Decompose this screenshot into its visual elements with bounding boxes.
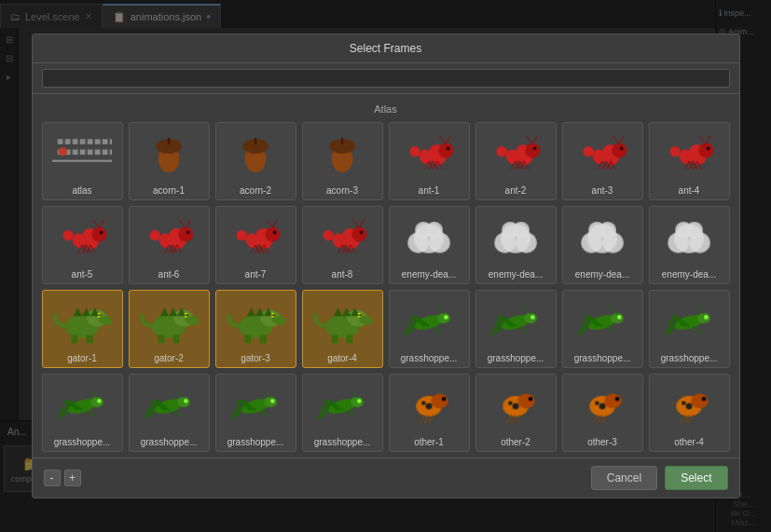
- frame-item-grasshopper-8[interactable]: grasshoppe...: [302, 374, 383, 452]
- frame-canvas-other-4: [659, 380, 719, 432]
- frame-item-grasshopper-5[interactable]: grasshoppe...: [42, 374, 123, 452]
- frame-canvas-grasshopper-6: [139, 380, 199, 432]
- frame-sprite-grasshopper-8: [310, 378, 375, 434]
- frame-item-grasshopper-3[interactable]: grasshoppe...: [562, 290, 643, 368]
- dialog-overlay: Select Frames Atlas atlasacorn-1acorn-2a…: [0, 0, 771, 532]
- select-button[interactable]: Select: [665, 466, 727, 490]
- frame-sprite-enemy-dead-4: [656, 211, 722, 266]
- frame-canvas-other-2: [486, 380, 545, 432]
- frame-sprite-grasshopper-4: [656, 294, 722, 350]
- frame-canvas-ant-6: [139, 212, 199, 265]
- frame-item-ant-1[interactable]: ant-1: [389, 122, 470, 200]
- frame-item-gator-1[interactable]: gator-1: [42, 290, 123, 368]
- frame-canvas-gator-4: [312, 296, 372, 348]
- frame-canvas-grasshopper-8: [312, 380, 372, 432]
- frame-canvas-acorn-1: [139, 129, 199, 181]
- frame-sprite-other-2: [483, 378, 548, 434]
- frame-label-grasshopper-6: grasshoppe...: [133, 437, 205, 447]
- frame-canvas-grasshopper-5: [52, 380, 112, 432]
- frame-sprite-ant-4: [656, 127, 722, 183]
- frame-label-ant-6: ant-6: [133, 269, 205, 280]
- frame-item-gator-2[interactable]: gator-2: [129, 290, 210, 368]
- frame-item-ant-7[interactable]: ant-7: [215, 206, 296, 284]
- frame-sprite-ant-8: [310, 211, 375, 266]
- frame-item-ant-8[interactable]: ant-8: [302, 206, 383, 284]
- frame-item-other-2[interactable]: other-2: [475, 374, 557, 452]
- frame-item-enemy-dead-1[interactable]: enemy-dea...: [389, 206, 470, 284]
- search-input[interactable]: [42, 69, 730, 88]
- frame-canvas-gator-2: [139, 296, 199, 348]
- frame-sprite-grasshopper-7: [223, 378, 288, 434]
- frame-label-grasshopper-2: grasshoppe...: [480, 353, 552, 363]
- section-label: Atlas: [42, 103, 730, 115]
- frame-label-acorn-3: acorn-3: [307, 185, 379, 196]
- frame-item-enemy-dead-4[interactable]: enemy-dea...: [649, 206, 730, 284]
- frame-canvas-enemy-dead-1: [399, 212, 459, 265]
- frame-canvas-ant-7: [226, 212, 285, 265]
- frame-sprite-acorn-1: [136, 127, 201, 183]
- frame-sprite-enemy-dead-2: [483, 211, 548, 266]
- frame-item-acorn-2[interactable]: acorn-2: [215, 122, 296, 200]
- frame-label-grasshopper-3: grasshoppe...: [567, 353, 639, 363]
- dialog-body[interactable]: Atlas atlasacorn-1acorn-2acorn-3ant-1ant…: [33, 94, 739, 457]
- frame-item-atlas[interactable]: atlas: [42, 122, 123, 200]
- frame-item-ant-6[interactable]: ant-6: [129, 206, 210, 284]
- frame-sprite-acorn-2: [223, 127, 288, 183]
- frame-item-grasshopper-2[interactable]: grasshoppe...: [475, 290, 557, 368]
- frame-item-ant-3[interactable]: ant-3: [562, 122, 643, 200]
- frame-label-grasshopper-5: grasshoppe...: [47, 437, 118, 447]
- frame-label-ant-2: ant-2: [480, 185, 552, 196]
- cancel-button[interactable]: Cancel: [591, 466, 657, 490]
- frame-label-ant-1: ant-1: [393, 185, 465, 196]
- frame-canvas-other-3: [572, 380, 632, 432]
- zoom-plus-button[interactable]: +: [64, 470, 81, 486]
- frame-canvas-grasshopper-1: [399, 296, 459, 348]
- frame-sprite-ant-7: [223, 211, 288, 266]
- frame-item-grasshopper-1[interactable]: grasshoppe...: [389, 290, 470, 368]
- frame-item-enemy-dead-3[interactable]: enemy-dea...: [562, 206, 643, 284]
- frame-sprite-grasshopper-5: [49, 378, 115, 434]
- frame-label-gator-3: gator-3: [220, 353, 292, 363]
- frame-item-gator-4[interactable]: gator-4: [302, 290, 383, 368]
- frame-item-grasshopper-4[interactable]: grasshoppe...: [649, 290, 730, 368]
- frame-label-ant-7: ant-7: [220, 269, 292, 280]
- select-frames-dialog: Select Frames Atlas atlasacorn-1acorn-2a…: [32, 34, 740, 498]
- frame-sprite-ant-1: [396, 127, 461, 183]
- frame-sprite-enemy-dead-1: [396, 211, 461, 266]
- frame-label-gator-4: gator-4: [307, 353, 379, 363]
- frame-item-ant-2[interactable]: ant-2: [475, 122, 557, 200]
- frame-label-other-2: other-2: [480, 437, 552, 447]
- frame-item-enemy-dead-2[interactable]: enemy-dea...: [475, 206, 557, 284]
- frame-label-ant-3: ant-3: [567, 185, 639, 196]
- frame-sprite-ant-5: [49, 211, 115, 266]
- frame-canvas-grasshopper-7: [226, 380, 285, 432]
- frame-canvas-ant-5: [52, 212, 112, 265]
- zoom-minus-button[interactable]: -: [44, 470, 61, 486]
- frame-canvas-gator-1: [52, 296, 112, 348]
- frame-canvas-grasshopper-2: [486, 296, 545, 348]
- frame-item-other-1[interactable]: other-1: [389, 374, 470, 452]
- frame-item-ant-5[interactable]: ant-5: [42, 206, 123, 284]
- frame-item-acorn-1[interactable]: acorn-1: [129, 122, 210, 200]
- frames-grid: atlasacorn-1acorn-2acorn-3ant-1ant-2ant-…: [42, 122, 730, 452]
- frame-item-other-3[interactable]: other-3: [562, 374, 643, 452]
- frame-sprite-other-3: [570, 378, 635, 434]
- frame-sprite-grasshopper-2: [483, 294, 548, 350]
- frame-canvas-grasshopper-3: [572, 296, 632, 348]
- frame-canvas-grasshopper-4: [659, 296, 719, 348]
- frame-canvas-gator-3: [226, 296, 285, 348]
- frame-label-enemy-dead-4: enemy-dea...: [654, 269, 725, 280]
- frame-item-acorn-3[interactable]: acorn-3: [302, 122, 383, 200]
- frame-label-enemy-dead-3: enemy-dea...: [567, 269, 639, 280]
- frame-item-grasshopper-7[interactable]: grasshoppe...: [215, 374, 296, 452]
- frame-item-gator-3[interactable]: gator-3: [215, 290, 296, 368]
- frame-sprite-acorn-3: [310, 127, 375, 183]
- frame-label-grasshopper-7: grasshoppe...: [220, 437, 292, 447]
- frame-canvas-enemy-dead-3: [572, 212, 632, 265]
- frame-sprite-grasshopper-6: [136, 378, 201, 434]
- frame-item-grasshopper-6[interactable]: grasshoppe...: [129, 374, 210, 452]
- frame-label-gator-1: gator-1: [47, 353, 118, 363]
- frame-item-other-4[interactable]: other-4: [649, 374, 730, 452]
- frame-item-ant-4[interactable]: ant-4: [649, 122, 730, 200]
- frame-canvas-ant-8: [312, 212, 372, 265]
